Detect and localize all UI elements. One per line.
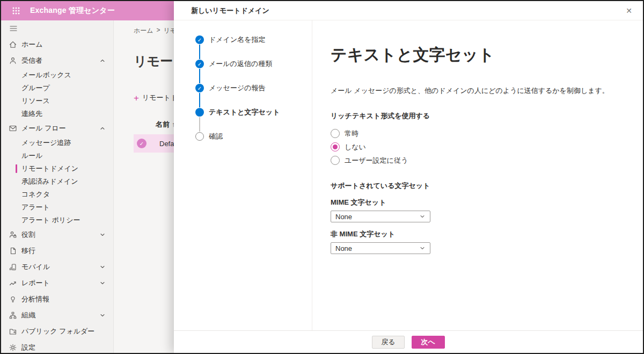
wizard-header: 新しいリモートドメイン ✕ (174, 1, 643, 20)
chevron-down-icon (419, 213, 426, 220)
org-chart-icon (9, 311, 17, 320)
radio-option-never[interactable]: しない (331, 140, 621, 154)
sidebar-item-insights[interactable]: 分析情報 (1, 291, 113, 307)
sidebar-item-connectors[interactable]: コネクタ (1, 188, 113, 201)
person-key-icon (9, 230, 17, 239)
mobile-chart-icon (9, 263, 17, 271)
step-current-dot-icon (195, 108, 204, 117)
home-icon (9, 40, 17, 49)
new-remote-domain-wizard: 新しいリモートドメイン ✕ ✓ ドメイン名を指定 ✓ メールの返信の種類 ✓ メ… (174, 1, 643, 353)
step-email-reply-types[interactable]: ✓ メールの返信の種類 (195, 59, 312, 69)
non-mime-charset-select[interactable]: None (331, 242, 430, 254)
lightbulb-icon (9, 295, 17, 304)
sidebar-item-accepted-domains[interactable]: 承認済みドメイン (1, 175, 113, 188)
non-mime-charset-label: 非 MIME 文字セット (331, 229, 621, 239)
radio-icon (331, 156, 340, 165)
sidebar-item-settings[interactable]: 設定 (1, 339, 113, 353)
step-specify-domain[interactable]: ✓ ドメイン名を指定 (195, 35, 312, 45)
chevron-up-icon (99, 125, 106, 132)
plus-icon: + (134, 93, 139, 103)
folder-icon (9, 327, 17, 336)
step-review[interactable]: 確認 (195, 132, 312, 141)
sidebar-item-remote-domains[interactable]: リモートドメイン (1, 162, 113, 175)
radio-option-always[interactable]: 常時 (331, 127, 621, 140)
sidebar-item-contacts[interactable]: 連絡先 (1, 107, 113, 120)
document-icon (9, 247, 17, 255)
content-heading: テキストと文字セット (331, 44, 621, 66)
step-completed-check-icon: ✓ (195, 84, 204, 92)
step-text-and-charset[interactable]: テキストと文字セット (195, 107, 312, 117)
sidebar-item-mailboxes[interactable]: メールボックス (1, 69, 113, 82)
radio-icon (331, 129, 340, 138)
wizard-steps-rail: ✓ ドメイン名を指定 ✓ メールの返信の種類 ✓ メッセージの報告 テキストと文… (174, 20, 312, 330)
chevron-down-icon (419, 245, 426, 251)
waffle-icon (12, 6, 20, 15)
close-icon[interactable]: ✕ (624, 5, 634, 16)
mail-icon (9, 124, 17, 133)
sidebar-item-mobile[interactable]: モバイル (1, 259, 113, 275)
chevron-down-icon (99, 232, 106, 238)
mime-charset-label: MIME 文字セット (331, 198, 621, 207)
sidebar-item-groups[interactable]: グループ (1, 82, 113, 95)
chevron-down-icon (99, 280, 106, 286)
chevron-up-icon (99, 57, 106, 64)
collapse-nav-button[interactable] (1, 20, 113, 37)
sidebar-item-resources[interactable]: リソース (1, 95, 113, 107)
step-completed-check-icon: ✓ (195, 35, 204, 44)
hamburger-icon (9, 24, 18, 33)
sidebar-item-alert-policies[interactable]: アラート ポリシー (1, 214, 113, 227)
rich-text-radio-group: 常時 しない ユーザー設定に従う (331, 127, 621, 167)
sidebar-item-roles[interactable]: 役割 (1, 227, 113, 243)
mime-charset-select[interactable]: None (331, 211, 430, 222)
wizard-body: ✓ ドメイン名を指定 ✓ メールの返信の種類 ✓ メッセージの報告 テキストと文… (174, 20, 643, 330)
sidebar-item-recipients[interactable]: 受信者 (1, 53, 113, 69)
wizard-content: テキストと文字セット メール メッセージの形式と、他のドメインの人にどのように送… (312, 20, 643, 330)
radio-option-follow-user[interactable]: ユーザー設定に従う (331, 154, 621, 167)
gear-icon (9, 343, 17, 352)
next-button[interactable]: 次へ (412, 336, 445, 349)
wizard-footer: 戻る 次へ (174, 330, 643, 353)
breadcrumb-separator: > (157, 26, 160, 35)
trend-chart-icon (9, 279, 17, 287)
step-connector (199, 45, 200, 59)
sidebar-nav: ホーム 受信者 メールボックス グループ リソース 連絡先 メール フロー メッ… (1, 20, 114, 353)
exchange-admin-window: Exchange 管理センター ホーム 受信者 メールボックス グループ リソー… (0, 0, 644, 354)
sidebar-item-alerts[interactable]: アラート (1, 201, 113, 214)
sidebar-item-reports[interactable]: レポート (1, 275, 113, 291)
waffle-menu-button[interactable] (6, 1, 26, 20)
radio-selected-icon (331, 142, 340, 151)
sidebar-item-mail-flow[interactable]: メール フロー (1, 120, 113, 136)
selected-check-icon: ✓ (137, 139, 147, 148)
sidebar-item-message-trace[interactable]: メッセージ追跡 (1, 136, 113, 149)
content-description: メール メッセージの形式と、他のドメインの人にどのように送信するかを制御します。 (331, 86, 621, 96)
charset-section-label: サポートされている文字セット (331, 181, 621, 191)
back-button[interactable]: 戻る (372, 336, 404, 349)
sidebar-item-organization[interactable]: 組織 (1, 307, 113, 323)
wizard-title: 新しいリモートドメイン (191, 6, 269, 16)
step-connector (199, 69, 200, 83)
app-title: Exchange 管理センター (30, 6, 115, 16)
sidebar-item-home[interactable]: ホーム (1, 37, 113, 53)
step-connector (199, 117, 200, 132)
breadcrumb-home-link[interactable]: ホーム (134, 26, 153, 35)
person-icon (9, 56, 17, 65)
sidebar-item-public-folders[interactable]: パブリック フォルダー (1, 323, 113, 339)
step-upcoming-circle-icon (195, 132, 204, 141)
sidebar-item-migration[interactable]: 移行 (1, 243, 113, 259)
step-message-reporting[interactable]: ✓ メッセージの報告 (195, 83, 312, 93)
chevron-down-icon (99, 264, 106, 270)
step-connector (199, 93, 200, 107)
chevron-down-icon (99, 312, 106, 319)
sidebar-item-rules[interactable]: ルール (1, 149, 113, 162)
rich-text-group-label: リッチテキスト形式を使用する (331, 111, 621, 121)
step-completed-check-icon: ✓ (195, 60, 204, 68)
